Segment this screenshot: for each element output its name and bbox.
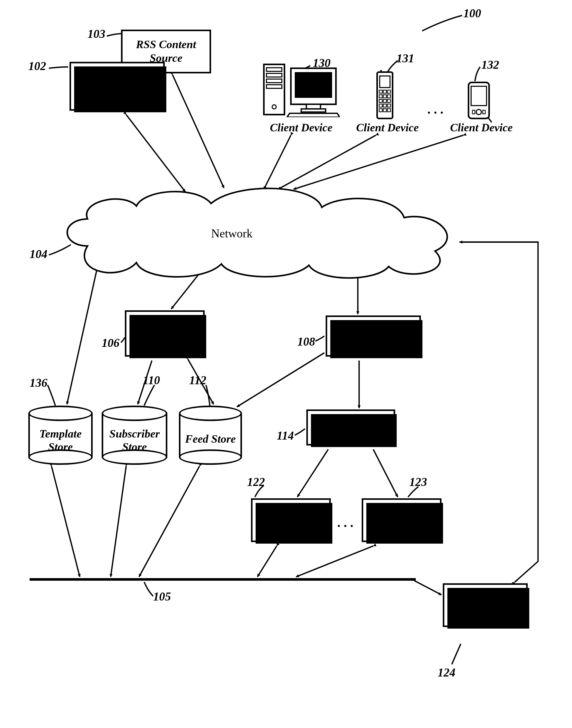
network-cloud (52, 187, 463, 280)
svg-line-38 (293, 135, 463, 189)
bus (29, 578, 416, 581)
svg-line-46 (297, 449, 328, 497)
svg-line-54 (515, 580, 517, 582)
client-device-phone (371, 70, 399, 122)
template-store: Template Store (28, 406, 93, 465)
ref-105: 105 (153, 590, 171, 603)
ref-130: 130 (313, 56, 331, 70)
svg-line-51 (258, 546, 277, 577)
subscription-server: Subscription Server (125, 310, 205, 357)
ref-122: 122 (247, 475, 265, 489)
ref-131: 131 (397, 52, 414, 65)
ref-103: 103 (87, 27, 105, 41)
svg-line-44 (237, 353, 325, 407)
client-device-pc (263, 63, 340, 118)
svg-rect-19 (379, 100, 382, 103)
svg-line-39 (67, 265, 98, 404)
match-server-1: Match Server (251, 498, 331, 542)
svg-line-53 (415, 581, 441, 595)
svg-line-52 (296, 546, 373, 577)
rss-content-source-b-label: RSS Content Source (125, 38, 208, 65)
load-balancer: Load Balancer (306, 409, 395, 446)
rss-delivery-server-label: RSS Delivery Server (446, 592, 524, 619)
svg-line-36 (264, 135, 291, 189)
svg-rect-7 (295, 72, 332, 98)
svg-line-35 (172, 75, 224, 188)
svg-rect-18 (387, 95, 390, 98)
subscription-server-label: Subscription Server (129, 320, 201, 347)
subscriber-store-label: Subscriber Store (102, 427, 167, 454)
match-server-1-label: Match Server (259, 514, 323, 527)
collection-server-label: Collection Server (333, 329, 414, 343)
svg-line-47 (373, 449, 398, 497)
svg-rect-17 (383, 95, 386, 98)
svg-rect-20 (383, 100, 386, 103)
match-server-ellipsis: . . . (337, 515, 353, 530)
svg-rect-15 (387, 90, 390, 93)
ref-108: 108 (297, 335, 315, 348)
svg-rect-25 (379, 109, 382, 112)
network-label: Network (211, 226, 253, 240)
client-device-pc-label: Client Device (263, 121, 340, 134)
rss-content-source-a: RSS Content Source (70, 62, 165, 111)
svg-rect-12 (380, 76, 390, 87)
ref-104: 104 (29, 247, 47, 261)
svg-rect-27 (387, 109, 390, 112)
svg-rect-13 (379, 90, 382, 93)
svg-line-50 (139, 466, 200, 577)
svg-rect-14 (383, 90, 386, 93)
ref-100: 100 (463, 6, 481, 20)
ref-114: 114 (277, 429, 294, 443)
ref-123: 123 (409, 475, 427, 489)
svg-line-37 (278, 135, 376, 189)
ref-102: 102 (28, 59, 46, 73)
match-server-2-label: Match Server (370, 514, 433, 527)
load-balancer-label: Load Balancer (316, 421, 385, 435)
ref-106: 106 (102, 336, 120, 350)
svg-line-34 (126, 115, 185, 192)
feed-store: Feed Store (179, 406, 242, 465)
ref-112: 112 (189, 374, 206, 387)
feed-store-label: Feed Store (179, 433, 242, 446)
svg-rect-22 (379, 104, 382, 107)
svg-line-48 (52, 466, 80, 577)
svg-line-49 (111, 466, 126, 577)
client-device-phone-label: Client Device (349, 121, 426, 134)
svg-rect-26 (383, 109, 386, 112)
ref-110: 110 (143, 374, 160, 387)
client-device-pda (463, 80, 494, 125)
subscriber-store: Subscriber Store (102, 406, 167, 465)
rss-content-source-a-label: RSS Content Source (73, 73, 161, 100)
svg-rect-0 (264, 64, 284, 115)
svg-rect-9 (301, 109, 326, 112)
ref-136: 136 (29, 376, 47, 390)
match-server-2: Match Server (362, 498, 441, 542)
svg-rect-16 (379, 95, 382, 98)
svg-rect-23 (383, 104, 386, 107)
client-device-pda-label: Client Device (443, 121, 520, 134)
svg-rect-21 (387, 100, 390, 103)
svg-rect-29 (471, 86, 487, 106)
svg-rect-8 (306, 104, 320, 109)
ref-124: 124 (438, 666, 455, 679)
rss-delivery-server: RSS Delivery Server (443, 583, 528, 627)
template-store-label: Template Store (28, 427, 93, 454)
svg-rect-24 (387, 104, 390, 107)
ref-132: 132 (481, 58, 499, 72)
collection-server: Collection Server (326, 316, 421, 357)
client-device-ellipsis: . . . (427, 102, 443, 117)
